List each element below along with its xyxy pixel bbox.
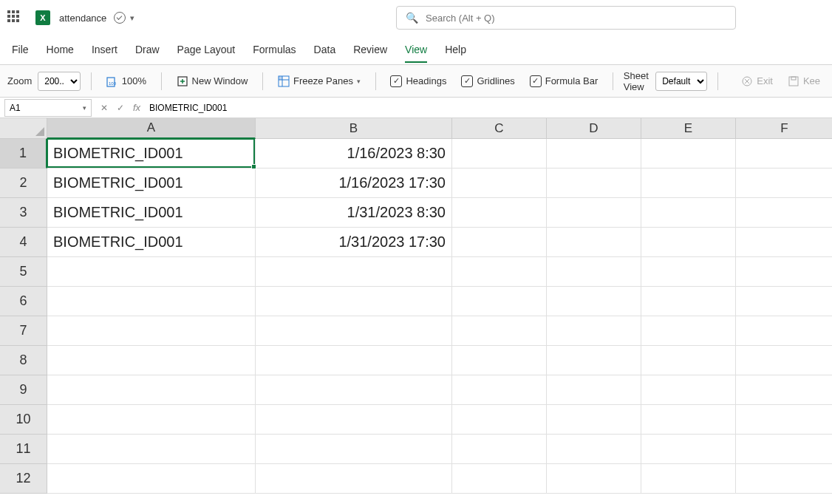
column-header-F[interactable]: F [736, 118, 832, 139]
cell-D2[interactable] [547, 168, 641, 198]
cell-C1[interactable] [452, 139, 547, 168]
cell-B4[interactable]: 1/31/2023 17:30 [256, 228, 452, 257]
cell-A2[interactable]: BIOMETRIC_ID001 [47, 168, 256, 198]
gridlines-toggle[interactable]: ✓ Gridlines [457, 72, 519, 90]
cell-E2[interactable] [641, 168, 736, 198]
exit-button[interactable]: Exit [737, 72, 777, 90]
column-header-B[interactable]: B [256, 118, 452, 139]
cell-F10[interactable] [736, 405, 832, 435]
row-header-11[interactable]: 11 [0, 435, 47, 464]
new-window-button[interactable]: New Window [172, 72, 253, 90]
cell-E5[interactable] [641, 257, 736, 287]
column-header-A[interactable]: A [47, 118, 256, 139]
tab-review[interactable]: Review [353, 38, 387, 63]
zoom-select[interactable]: 200... [38, 72, 81, 91]
cell-A7[interactable] [47, 316, 256, 346]
cell-C2[interactable] [452, 168, 547, 198]
cell-E1[interactable] [641, 139, 736, 168]
row-header-4[interactable]: 4 [0, 228, 47, 257]
cell-C8[interactable] [452, 346, 547, 375]
cell-A6[interactable] [47, 287, 256, 316]
cell-A12[interactable] [47, 464, 256, 494]
tab-help[interactable]: Help [445, 38, 466, 63]
cell-B3[interactable]: 1/31/2023 8:30 [256, 198, 452, 228]
column-header-E[interactable]: E [641, 118, 736, 139]
cell-E3[interactable] [641, 198, 736, 228]
accept-formula-button[interactable]: ✓ [112, 103, 129, 113]
cell-D6[interactable] [547, 287, 641, 316]
cell-E8[interactable] [641, 346, 736, 375]
cell-A1[interactable]: BIOMETRIC_ID001 [47, 139, 256, 168]
cell-D4[interactable] [547, 228, 641, 257]
tab-home[interactable]: Home [47, 38, 74, 63]
cell-F12[interactable] [736, 464, 832, 494]
cell-B6[interactable] [256, 287, 452, 316]
cell-B9[interactable] [256, 375, 452, 405]
tab-data[interactable]: Data [314, 38, 336, 63]
tab-draw[interactable]: Draw [135, 38, 160, 63]
cell-B7[interactable] [256, 316, 452, 346]
tab-view[interactable]: View [405, 38, 427, 63]
formula-bar-toggle[interactable]: ✓ Formula Bar [525, 72, 603, 90]
cell-D5[interactable] [547, 257, 641, 287]
cell-A11[interactable] [47, 435, 256, 464]
cell-D8[interactable] [547, 346, 641, 375]
cell-D10[interactable] [547, 405, 641, 435]
cell-F9[interactable] [736, 375, 832, 405]
cell-B5[interactable] [256, 257, 452, 287]
cell-B10[interactable] [256, 405, 452, 435]
row-header-1[interactable]: 1 [0, 139, 47, 168]
cell-D11[interactable] [547, 435, 641, 464]
column-header-C[interactable]: C [452, 118, 547, 139]
cell-D1[interactable] [547, 139, 641, 168]
cell-C5[interactable] [452, 257, 547, 287]
cell-A8[interactable] [47, 346, 256, 375]
tab-file[interactable]: File [12, 38, 29, 63]
cell-C9[interactable] [452, 375, 547, 405]
tab-formulas[interactable]: Formulas [253, 38, 296, 63]
name-box[interactable]: A1 ▾ [4, 99, 92, 117]
row-header-5[interactable]: 5 [0, 257, 47, 287]
chevron-down-icon[interactable]: ▾ [130, 13, 134, 23]
cell-A5[interactable] [47, 257, 256, 287]
column-header-D[interactable]: D [547, 118, 641, 139]
cell-D12[interactable] [547, 464, 641, 494]
document-name[interactable]: attendance [59, 13, 106, 24]
headings-toggle[interactable]: ✓ Headings [386, 72, 451, 90]
cell-F7[interactable] [736, 316, 832, 346]
cell-F2[interactable] [736, 168, 832, 198]
cell-C7[interactable] [452, 316, 547, 346]
cell-E10[interactable] [641, 405, 736, 435]
cell-F3[interactable] [736, 198, 832, 228]
row-header-10[interactable]: 10 [0, 405, 47, 435]
cell-A3[interactable]: BIOMETRIC_ID001 [47, 198, 256, 228]
row-header-6[interactable]: 6 [0, 287, 47, 316]
row-header-12[interactable]: 12 [0, 464, 47, 494]
cell-E4[interactable] [641, 228, 736, 257]
row-header-2[interactable]: 2 [0, 168, 47, 198]
cell-E11[interactable] [641, 435, 736, 464]
cell-E9[interactable] [641, 375, 736, 405]
cell-F11[interactable] [736, 435, 832, 464]
cell-C12[interactable] [452, 464, 547, 494]
cell-F1[interactable] [736, 139, 832, 168]
cell-F4[interactable] [736, 228, 832, 257]
cell-E7[interactable] [641, 316, 736, 346]
cell-B2[interactable]: 1/16/2023 17:30 [256, 168, 452, 198]
cell-F6[interactable] [736, 287, 832, 316]
cell-B12[interactable] [256, 464, 452, 494]
keep-button[interactable]: Kee [783, 72, 825, 90]
cell-A10[interactable] [47, 405, 256, 435]
cell-A9[interactable] [47, 375, 256, 405]
saved-indicator-icon[interactable] [114, 12, 126, 24]
fx-icon[interactable]: fx [129, 102, 145, 113]
tab-insert[interactable]: Insert [92, 38, 117, 63]
cell-D7[interactable] [547, 316, 641, 346]
zoom-100-button[interactable]: 100 100% [102, 72, 151, 90]
row-header-9[interactable]: 9 [0, 375, 47, 405]
cell-C11[interactable] [452, 435, 547, 464]
cell-D9[interactable] [547, 375, 641, 405]
tab-page-layout[interactable]: Page Layout [177, 38, 236, 63]
cell-C6[interactable] [452, 287, 547, 316]
sheet-view-select[interactable]: Default [655, 72, 706, 91]
